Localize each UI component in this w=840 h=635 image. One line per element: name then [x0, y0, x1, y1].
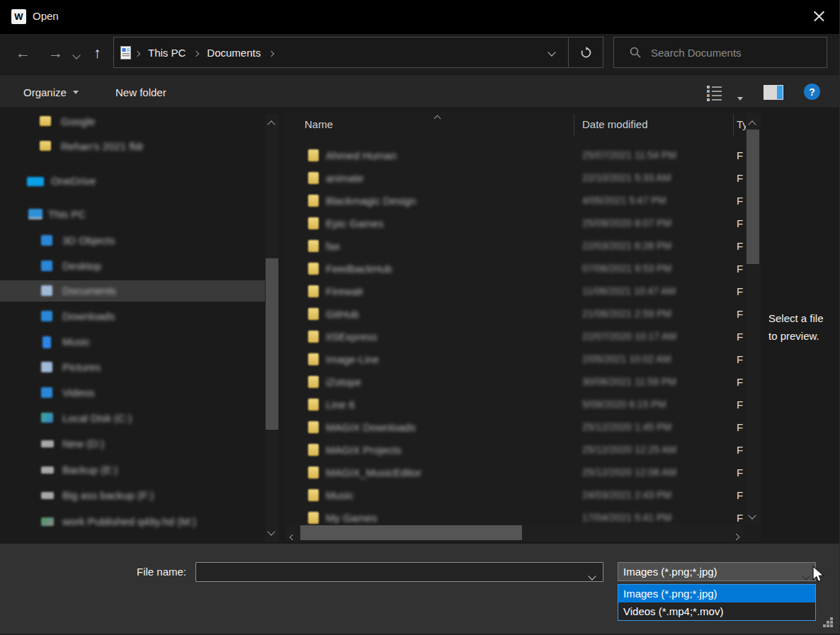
- file-name-dropdown-icon[interactable]: [589, 569, 595, 582]
- file-row-date: 30/06/2021 11:59 PM: [582, 376, 676, 387]
- search-input[interactable]: Search Documents: [613, 37, 827, 68]
- file-list-scrollbar[interactable]: [746, 114, 760, 525]
- new-folder-button[interactable]: New folder: [115, 75, 166, 109]
- disk-gray-icon: [41, 440, 54, 447]
- file-row[interactable]: Blackmagic Design4/05/2021 5:47 PMF: [285, 190, 746, 213]
- sidebar-scrollbar[interactable]: [265, 113, 279, 542]
- file-row[interactable]: Line 65/09/2020 6:15 PMF: [285, 394, 746, 417]
- file-row-date: 25/12/2020 12:08 AM: [582, 467, 676, 478]
- sidebar-item[interactable]: Pictures: [0, 357, 265, 378]
- horizontal-scrollbar[interactable]: [286, 525, 743, 541]
- scroll-up-icon[interactable]: [268, 118, 274, 130]
- file-type-option[interactable]: Images (*.png;*.jpg): [618, 585, 815, 602]
- box-light-icon: [41, 362, 52, 372]
- file-row[interactable]: iZotope30/06/2021 11:59 PMF: [285, 372, 746, 394]
- file-row-name: Image-Line: [326, 353, 379, 365]
- sidebar-item[interactable]: Big ass backup (F:): [0, 485, 265, 506]
- folder-icon: [308, 240, 319, 252]
- breadcrumb-this-pc[interactable]: This PC: [144, 47, 190, 59]
- file-row[interactable]: Music24/03/2021 2:43 PMF: [285, 485, 746, 508]
- file-row-type: F: [737, 217, 743, 229]
- help-button[interactable]: ?: [804, 84, 820, 100]
- file-row[interactable]: My Games17/04/2021 5:41 PMF: [285, 508, 746, 525]
- sidebar-item[interactable]: Rehan's 2021 fldr: [0, 136, 265, 157]
- close-icon[interactable]: [808, 6, 829, 26]
- scroll-left-icon[interactable]: [290, 530, 295, 542]
- preview-pane-button[interactable]: [764, 85, 783, 100]
- scroll-up-icon[interactable]: [749, 118, 755, 130]
- file-row[interactable]: MAGIX_MusicEditor25/12/2020 12:08 AMF: [285, 462, 746, 485]
- sidebar-item[interactable]: Downloads: [0, 306, 265, 327]
- resize-grip[interactable]: [823, 617, 835, 629]
- sidebar-scrollbar-thumb[interactable]: [266, 258, 278, 430]
- file-row[interactable]: GitHub21/06/2021 2:59 PMF: [285, 304, 746, 326]
- sidebar-item[interactable]: Videos: [0, 382, 265, 404]
- sidebar-item[interactable]: This PC: [0, 204, 265, 225]
- column-header-name[interactable]: Name: [305, 118, 333, 130]
- change-view-button[interactable]: [707, 86, 725, 99]
- sidebar-item-label: OneDrive: [51, 175, 96, 187]
- file-row[interactable]: Ahmed Human25/07/2021 11:54 PMF: [285, 145, 746, 168]
- breadcrumb-documents[interactable]: Documents: [203, 47, 265, 59]
- file-row-date: 25/09/2020 8:07 PM: [582, 217, 671, 229]
- file-row-type: F: [737, 285, 743, 297]
- folder-icon: [308, 353, 319, 365]
- sidebar-item[interactable]: Music: [0, 331, 265, 353]
- recent-locations-button[interactable]: [74, 48, 79, 61]
- sidebar-item-label: Big ass backup (F:): [62, 489, 154, 501]
- address-dropdown-button[interactable]: [535, 38, 568, 67]
- file-type-option[interactable]: Videos (*.mp4;*.mov): [618, 602, 815, 620]
- column-header-date-modified[interactable]: Date modified: [582, 118, 648, 130]
- horizontal-scrollbar-thumb[interactable]: [300, 525, 522, 540]
- sidebar-item[interactable]: OneDrive: [0, 171, 265, 192]
- file-row-type: F: [737, 421, 743, 433]
- folder-icon: [308, 308, 319, 320]
- sidebar-item[interactable]: Desktop: [0, 256, 265, 277]
- file-row-type: F: [737, 172, 743, 184]
- chevron-down-icon[interactable]: [803, 569, 809, 581]
- breadcrumb-chevron-icon[interactable]: [194, 46, 198, 59]
- monitor-icon: [28, 209, 42, 219]
- sidebar-item-label: 3D Objects: [62, 234, 115, 246]
- sidebar-item[interactable]: New (D:): [0, 433, 265, 454]
- scroll-down-icon[interactable]: [749, 508, 755, 521]
- file-row[interactable]: MAGIX Downloads25/12/2020 1:45 PMF: [285, 417, 746, 440]
- file-name-input[interactable]: [195, 562, 603, 582]
- file-list-scrollbar-thumb[interactable]: [747, 130, 759, 264]
- disk-gray-icon: [41, 492, 54, 499]
- sidebar-item[interactable]: Local Disk (C:): [0, 408, 265, 429]
- sidebar-item[interactable]: Backup (E:): [0, 459, 265, 481]
- scroll-right-icon[interactable]: [734, 530, 739, 542]
- file-row[interactable]: fax22/03/2021 6:28 PMF: [285, 236, 746, 258]
- sidebar-item[interactable]: Documents: [0, 280, 265, 302]
- back-button[interactable]: ←: [16, 43, 30, 63]
- folder-icon: [308, 489, 319, 501]
- column-divider[interactable]: [733, 114, 734, 135]
- folder-icon: [40, 116, 51, 126]
- sidebar-item-label: This PC: [48, 208, 86, 220]
- file-row-date: 17/04/2021 5:41 PM: [582, 512, 671, 523]
- file-row[interactable]: Firewalr11/06/2021 10:47 AMF: [285, 281, 746, 304]
- file-row[interactable]: Image-Line2/05/2021 10:02 AMF: [285, 349, 746, 372]
- up-button[interactable]: ↑: [93, 43, 101, 63]
- refresh-button[interactable]: [569, 38, 603, 67]
- file-type-combobox[interactable]: Images (*.png;*.jpg): [618, 562, 816, 581]
- sidebar-item[interactable]: work Published q49y.hd (M:): [0, 511, 265, 532]
- file-row[interactable]: animate22/10/2021 5:33 AMF: [285, 168, 746, 190]
- folder-icon: [308, 172, 319, 184]
- file-row[interactable]: IISExpress22/07/2020 10:17 AMF: [285, 326, 746, 349]
- file-row[interactable]: Epic Games25/09/2020 8:07 PMF: [285, 213, 746, 236]
- forward-button[interactable]: →: [48, 43, 63, 63]
- file-row[interactable]: MAGIX Projects25/12/2020 12:25 AMF: [285, 440, 746, 462]
- file-row-date: 5/09/2020 6:15 PM: [582, 399, 666, 410]
- file-row[interactable]: FeedbackHub07/06/2021 9:53 PMF: [285, 258, 746, 281]
- scroll-down-icon[interactable]: [268, 525, 274, 537]
- column-divider[interactable]: [574, 114, 574, 135]
- view-options-caret[interactable]: [737, 91, 743, 103]
- file-row-type: F: [737, 376, 743, 388]
- sidebar-item[interactable]: 3D Objects: [0, 230, 265, 251]
- address-bar[interactable]: This PC Documents: [113, 37, 603, 68]
- sidebar-item[interactable]: Google: [0, 111, 265, 132]
- breadcrumb-chevron-icon[interactable]: [269, 46, 273, 59]
- organize-button[interactable]: Organize: [23, 75, 79, 109]
